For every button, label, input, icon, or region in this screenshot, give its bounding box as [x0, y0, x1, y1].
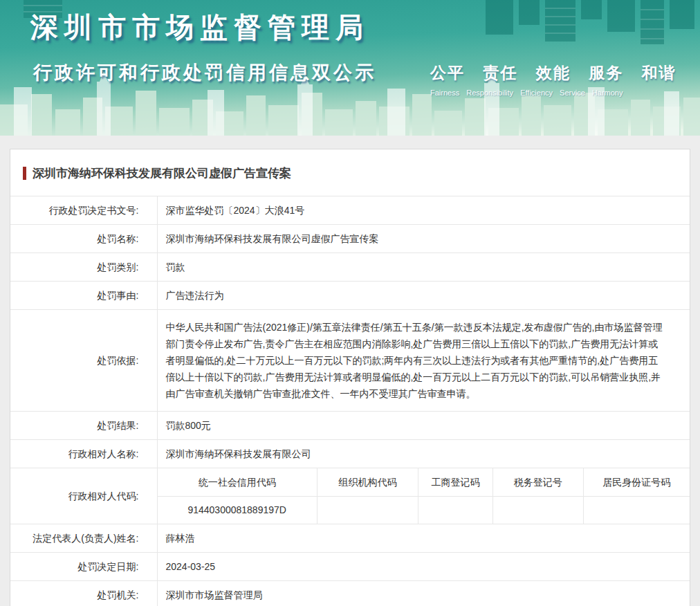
field-value: 薛林浩: [157, 524, 690, 553]
title-accent-bar: [23, 167, 26, 180]
field-value: 深圳市海纳环保科技发展有限公司虚假广告宣传案: [157, 225, 690, 253]
field-label: 处罚事由:: [10, 282, 157, 310]
case-title: 深圳市海纳环保科技发展有限公司虚假广告宣传案: [33, 165, 291, 181]
party-codes-table: 统一社会信用代码 组织机构代码 工商登记码 税务登记号 居民身份证号码 9144…: [158, 468, 690, 524]
penalty-info-table: 行政处罚决定书文号: 深市监华处罚〔2024〕大浪41号 处罚名称: 深圳市海纳…: [10, 196, 690, 606]
code-value: [317, 496, 418, 524]
code-value: [492, 496, 583, 524]
field-value: 罚款800元: [157, 412, 690, 440]
case-title-row: 深圳市海纳环保科技发展有限公司虚假广告宣传案: [10, 149, 690, 196]
row-penalty-category: 处罚类别: 罚款: [10, 253, 690, 282]
code-header: 工商登记码: [418, 468, 493, 496]
field-label: 行政相对人名称:: [10, 440, 157, 468]
row-penalty-authority: 处罚机关: 深圳市市场监督管理局: [10, 581, 690, 606]
code-value: 91440300081889197D: [158, 496, 317, 524]
field-value: 广告违法行为: [157, 282, 690, 310]
row-penalty-doc-number: 行政处罚决定书文号: 深市监华处罚〔2024〕大浪41号: [10, 196, 690, 225]
field-value: 深圳市海纳环保科技发展有限公司: [157, 440, 690, 468]
field-value: 深市监华处罚〔2024〕大浪41号: [157, 196, 690, 225]
party-codes-value-row: 91440300081889197D: [158, 496, 690, 524]
field-label: 行政处罚决定书文号:: [10, 196, 157, 225]
field-value: 深圳市市场监督管理局: [157, 581, 690, 606]
field-label: 处罚名称:: [10, 225, 157, 253]
field-value: 罚款: [157, 253, 690, 282]
field-label: 处罚机关:: [10, 581, 157, 606]
slogan-english: Fairness Responsibility Efficiency Servi…: [430, 89, 676, 97]
code-header: 组织机构代码: [317, 468, 418, 496]
field-label: 处罚决定日期:: [10, 553, 157, 581]
code-header: 居民身份证号码: [583, 468, 690, 496]
party-codes-header-row: 统一社会信用代码 组织机构代码 工商登记码 税务登记号 居民身份证号码: [158, 468, 690, 496]
field-label: 处罚类别:: [10, 253, 157, 282]
code-header: 统一社会信用代码: [158, 468, 317, 496]
code-header: 税务登记号: [492, 468, 583, 496]
row-penalty-name: 处罚名称: 深圳市海纳环保科技发展有限公司虚假广告宣传案: [10, 225, 690, 253]
slogan-block: 公平 责任 效能 服务 和谐 Fairness Responsibility E…: [430, 62, 676, 97]
site-subtitle: 行政许可和行政处罚信用信息双公示: [33, 60, 376, 85]
field-label: 法定代表人(负责人)姓名:: [10, 524, 157, 553]
field-label: 处罚结果:: [10, 412, 157, 440]
field-value: 中华人民共和国广告法(2021修正)/第五章法律责任/第五十五条/第一款违反本法…: [157, 310, 690, 412]
field-label: 处罚依据:: [10, 310, 157, 412]
content-panel: 深圳市海纳环保科技发展有限公司虚假广告宣传案 行政处罚决定书文号: 深市监华处罚…: [10, 149, 690, 606]
code-value: [583, 496, 690, 524]
row-party-codes: 行政相对人代码: 统一社会信用代码 组织机构代码 工: [10, 468, 690, 524]
skyscrapers-graphic: [479, 0, 700, 50]
site-title: 深圳市市场监督管理局: [30, 8, 369, 46]
row-penalty-result: 处罚结果: 罚款800元: [10, 412, 690, 440]
party-codes-cell: 统一社会信用代码 组织机构代码 工商登记码 税务登记号 居民身份证号码 9144…: [157, 468, 690, 524]
row-legal-representative: 法定代表人(负责人)姓名: 薛林浩: [10, 524, 690, 553]
row-penalty-basis: 处罚依据: 中华人民共和国广告法(2021修正)/第五章法律责任/第五十五条/第…: [10, 310, 690, 412]
field-value: 2024-03-25: [157, 553, 690, 581]
slogan-chinese: 公平 责任 效能 服务 和谐: [430, 62, 676, 84]
row-party-name: 行政相对人名称: 深圳市海纳环保科技发展有限公司: [10, 440, 690, 468]
row-penalty-reason: 处罚事由: 广告违法行为: [10, 282, 690, 310]
page-root: 深圳市市场监督管理局 行政许可和行政处罚信用信息双公示 公平 责任 效能 服务 …: [0, 0, 700, 606]
code-value: [418, 496, 493, 524]
field-label: 行政相对人代码:: [10, 468, 157, 524]
site-banner: 深圳市市场监督管理局 行政许可和行政处罚信用信息双公示 公平 责任 效能 服务 …: [0, 0, 700, 136]
row-decision-date: 处罚决定日期: 2024-03-25: [10, 553, 690, 581]
